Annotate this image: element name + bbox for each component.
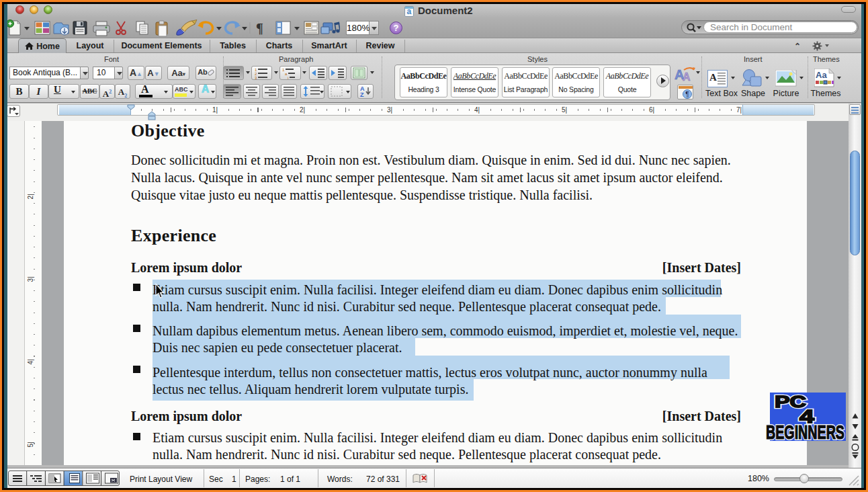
svg-text:Z: Z xyxy=(360,91,364,98)
svg-text:A: A xyxy=(683,71,691,83)
svg-text:¶: ¶ xyxy=(256,21,263,36)
svg-text:BEGINNERS: BEGINNERS xyxy=(766,421,844,443)
svg-text:Aa: Aa xyxy=(816,70,827,80)
svg-text:i: i xyxy=(288,76,288,79)
svg-text:3: 3 xyxy=(255,76,257,79)
